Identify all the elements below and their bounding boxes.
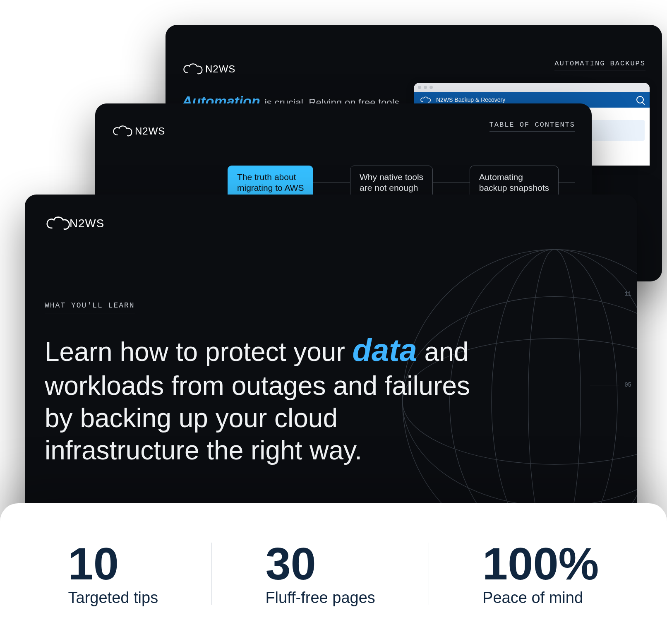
brand-logo: N2WS xyxy=(182,62,235,76)
toc-connector xyxy=(313,183,350,183)
brand-text: N2WS xyxy=(205,63,235,75)
window-dot xyxy=(418,86,421,89)
stat-label: Fluff-free pages xyxy=(265,589,375,607)
section-tag-toc: TABLE OF CONTENTS xyxy=(489,121,575,132)
ruler-tick xyxy=(590,294,619,294)
stat-number: 100% xyxy=(482,541,599,586)
headline-pre: Learn how to protect your xyxy=(45,337,353,367)
stat-label: Peace of mind xyxy=(482,589,583,607)
stat-divider xyxy=(429,543,429,605)
stat-pages: 30 Fluff-free pages xyxy=(249,541,391,607)
stat-divider xyxy=(211,543,212,605)
cloud-icon xyxy=(420,96,432,103)
search-icon[interactable] xyxy=(636,96,644,103)
stat-tips: 10 Targeted tips xyxy=(52,541,175,607)
stat-label: Targeted tips xyxy=(68,589,158,607)
brand-text: N2WS xyxy=(70,217,104,230)
stat-number: 10 xyxy=(68,541,119,586)
cloud-icon xyxy=(182,62,204,76)
window-dot xyxy=(424,86,427,89)
section-tag-automation: AUTOMATING BACKUPS xyxy=(554,60,645,70)
ruler-number: 11 xyxy=(624,291,631,297)
toc-connector xyxy=(433,183,470,183)
stats-band: 10 Targeted tips 30 Fluff-free pages 100… xyxy=(0,503,667,644)
brand-text: N2WS xyxy=(135,125,165,137)
brand-logo: N2WS xyxy=(45,216,100,231)
window-dot xyxy=(429,86,433,89)
section-label: WHAT YOU'LL LEARN xyxy=(45,301,135,313)
ruler-tick xyxy=(590,385,619,385)
cloud-icon xyxy=(112,124,134,138)
stat-peace: 100% Peace of mind xyxy=(466,541,615,607)
toc-connector xyxy=(559,183,575,183)
window-toolbar xyxy=(414,83,650,92)
brand-logo: N2WS xyxy=(112,124,165,138)
headline-emphasis: data xyxy=(353,332,417,368)
headline: Learn how to protect your data and workl… xyxy=(45,331,483,466)
app-title: N2WS Backup & Recovery xyxy=(436,96,505,103)
app-tile-blank xyxy=(589,120,645,141)
cloud-icon xyxy=(45,215,72,232)
stat-number: 30 xyxy=(265,541,316,586)
ruler-number: 05 xyxy=(624,382,631,388)
